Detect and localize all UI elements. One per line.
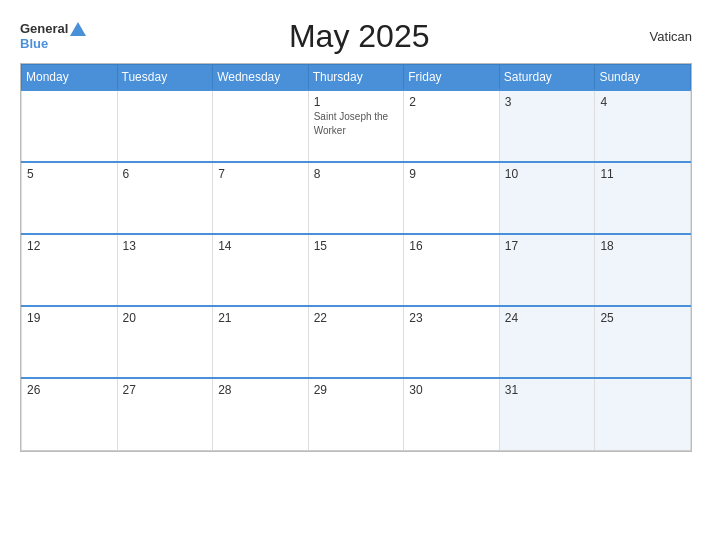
date-number: 7 (218, 167, 303, 181)
col-monday: Monday (22, 65, 118, 91)
col-saturday: Saturday (499, 65, 595, 91)
day-cell: 7 (213, 162, 309, 234)
week-row-4: 19202122232425 (22, 306, 691, 378)
date-number: 1 (314, 95, 399, 109)
day-cell: 29 (308, 378, 404, 450)
holiday-label: Saint Joseph the Worker (314, 111, 389, 136)
logo-general-text: General (20, 22, 68, 36)
date-number: 10 (505, 167, 590, 181)
week-row-2: 567891011 (22, 162, 691, 234)
day-cell: 26 (22, 378, 118, 450)
country-label: Vatican (632, 29, 692, 44)
day-cell: 2 (404, 90, 500, 162)
logo: General Blue (20, 22, 86, 51)
date-number: 11 (600, 167, 685, 181)
date-number: 21 (218, 311, 303, 325)
month-title: May 2025 (86, 18, 632, 55)
week-row-3: 12131415161718 (22, 234, 691, 306)
logo-triangle-icon (70, 22, 86, 36)
calendar-table: Monday Tuesday Wednesday Thursday Friday… (21, 64, 691, 451)
col-friday: Friday (404, 65, 500, 91)
day-cell: 10 (499, 162, 595, 234)
calendar-container: Monday Tuesday Wednesday Thursday Friday… (20, 63, 692, 452)
day-cell: 15 (308, 234, 404, 306)
day-cell: 11 (595, 162, 691, 234)
day-cell (213, 90, 309, 162)
col-tuesday: Tuesday (117, 65, 213, 91)
date-number: 15 (314, 239, 399, 253)
day-header-row: Monday Tuesday Wednesday Thursday Friday… (22, 65, 691, 91)
col-wednesday: Wednesday (213, 65, 309, 91)
day-cell: 6 (117, 162, 213, 234)
day-cell: 14 (213, 234, 309, 306)
date-number: 14 (218, 239, 303, 253)
date-number: 27 (123, 383, 208, 397)
date-number: 26 (27, 383, 112, 397)
date-number: 22 (314, 311, 399, 325)
header: General Blue May 2025 Vatican (20, 18, 692, 55)
day-cell: 24 (499, 306, 595, 378)
date-number: 17 (505, 239, 590, 253)
date-number: 6 (123, 167, 208, 181)
date-number: 4 (600, 95, 685, 109)
col-sunday: Sunday (595, 65, 691, 91)
day-cell: 19 (22, 306, 118, 378)
date-number: 23 (409, 311, 494, 325)
week-row-5: 262728293031 (22, 378, 691, 450)
day-cell: 27 (117, 378, 213, 450)
date-number: 25 (600, 311, 685, 325)
day-cell: 3 (499, 90, 595, 162)
calendar-page: General Blue May 2025 Vatican Monday Tue… (0, 0, 712, 550)
day-cell: 4 (595, 90, 691, 162)
date-number: 31 (505, 383, 590, 397)
day-cell (117, 90, 213, 162)
day-cell (22, 90, 118, 162)
day-cell: 1Saint Joseph the Worker (308, 90, 404, 162)
date-number: 2 (409, 95, 494, 109)
day-cell: 18 (595, 234, 691, 306)
day-cell: 23 (404, 306, 500, 378)
day-cell: 5 (22, 162, 118, 234)
day-cell: 20 (117, 306, 213, 378)
day-cell: 28 (213, 378, 309, 450)
day-cell: 22 (308, 306, 404, 378)
col-thursday: Thursday (308, 65, 404, 91)
date-number: 9 (409, 167, 494, 181)
date-number: 3 (505, 95, 590, 109)
day-cell: 16 (404, 234, 500, 306)
logo-blue-text: Blue (20, 37, 86, 51)
day-cell (595, 378, 691, 450)
date-number: 8 (314, 167, 399, 181)
date-number: 13 (123, 239, 208, 253)
date-number: 28 (218, 383, 303, 397)
day-cell: 25 (595, 306, 691, 378)
date-number: 16 (409, 239, 494, 253)
day-cell: 9 (404, 162, 500, 234)
date-number: 30 (409, 383, 494, 397)
date-number: 18 (600, 239, 685, 253)
day-cell: 21 (213, 306, 309, 378)
date-number: 19 (27, 311, 112, 325)
day-cell: 31 (499, 378, 595, 450)
date-number: 24 (505, 311, 590, 325)
day-cell: 13 (117, 234, 213, 306)
day-cell: 17 (499, 234, 595, 306)
date-number: 20 (123, 311, 208, 325)
day-cell: 30 (404, 378, 500, 450)
day-cell: 12 (22, 234, 118, 306)
date-number: 12 (27, 239, 112, 253)
week-row-1: 1Saint Joseph the Worker234 (22, 90, 691, 162)
date-number: 29 (314, 383, 399, 397)
day-cell: 8 (308, 162, 404, 234)
date-number: 5 (27, 167, 112, 181)
